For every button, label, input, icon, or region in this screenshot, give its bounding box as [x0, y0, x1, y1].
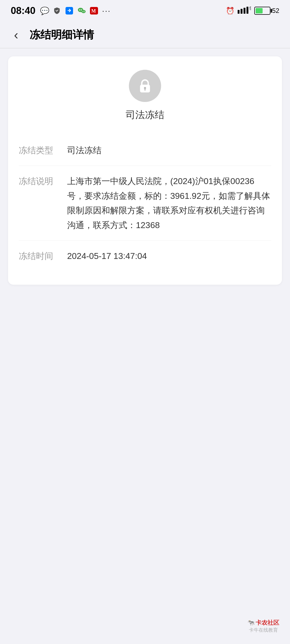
arrow-icon	[64, 6, 74, 16]
more-icon: ···	[102, 6, 111, 16]
back-button[interactable]: ‹	[8, 27, 24, 43]
svg-point-2	[79, 9, 80, 10]
svg-rect-11	[244, 8, 245, 14]
freeze-time-label: 冻结时间	[19, 249, 67, 263]
page-title: 冻结明细详情	[30, 27, 94, 42]
alarm-icon: ⏰	[226, 7, 234, 15]
freeze-type-row: 冻结类型 司法冻结	[19, 135, 271, 166]
battery-indicator: 52	[254, 7, 279, 15]
battery-icon	[254, 7, 270, 15]
svg-rect-9	[238, 10, 240, 14]
status-time: 08:40	[11, 5, 35, 16]
metro-icon: M	[89, 6, 99, 16]
freeze-desc-value: 上海市第一中级人民法院，(2024)沪01执保00236号，要求冻结金额，标的：…	[67, 174, 271, 232]
battery-fill	[256, 8, 263, 13]
battery-percent: 52	[272, 7, 279, 14]
chat-icon: 💬	[40, 6, 49, 16]
status-icons: 💬	[40, 6, 111, 16]
watermark-brand: 🐄 卡农社区	[247, 619, 279, 627]
status-bar-right: ⏰ 5G 52	[226, 6, 279, 16]
icon-label: 司法冻结	[126, 108, 164, 122]
lock-icon-circle	[129, 70, 161, 102]
svg-rect-10	[241, 9, 242, 14]
watermark-sub: 卡牛在线教育	[249, 627, 278, 633]
freeze-time-value: 2024-05-17 13:47:04	[67, 249, 271, 263]
svg-point-6	[84, 11, 85, 12]
lock-svg	[136, 77, 154, 94]
main-content: 司法冻结 冻结类型 司法冻结 冻结说明 上海市第一中级人民法院，(2024)沪0…	[0, 48, 290, 293]
freeze-type-label: 冻结类型	[19, 143, 67, 157]
detail-rows: 冻结类型 司法冻结 冻结说明 上海市第一中级人民法院，(2024)沪01执保00…	[19, 135, 271, 271]
freeze-time-row: 冻结时间 2024-05-17 13:47:04	[19, 241, 271, 271]
svg-point-4	[81, 10, 86, 13]
wechat-icon	[77, 6, 86, 16]
detail-card: 司法冻结 冻结类型 司法冻结 冻结说明 上海市第一中级人民法院，(2024)沪0…	[8, 56, 282, 285]
icon-section: 司法冻结	[19, 70, 271, 122]
svg-point-5	[82, 11, 83, 12]
svg-point-3	[81, 9, 82, 10]
status-bar-left: 08:40 💬	[11, 5, 111, 16]
watermark-icon: 🐄	[247, 619, 255, 626]
status-bar: 08:40 💬	[0, 0, 290, 21]
watermark: 🐄 卡农社区 卡牛在线教育	[247, 619, 279, 633]
nav-bar: ‹ 冻结明细详情	[0, 21, 290, 48]
svg-rect-16	[144, 89, 146, 91]
back-icon: ‹	[14, 27, 18, 42]
svg-text:5G: 5G	[249, 6, 251, 11]
freeze-type-value: 司法冻结	[67, 143, 271, 158]
shield-icon	[52, 6, 62, 16]
svg-text:M: M	[91, 8, 96, 14]
freeze-desc-row: 冻结说明 上海市第一中级人民法院，(2024)沪01执保00236号，要求冻结金…	[19, 166, 271, 241]
signal-indicator: 5G	[238, 6, 251, 16]
watermark-brand-text: 卡农社区	[256, 619, 279, 627]
freeze-desc-label: 冻结说明	[19, 174, 67, 188]
svg-rect-12	[247, 7, 248, 14]
